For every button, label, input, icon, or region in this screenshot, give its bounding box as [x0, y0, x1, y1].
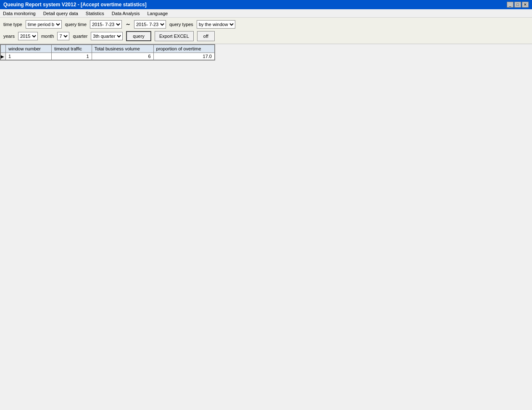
cell-total-business: 6 — [92, 53, 153, 60]
row-indicator: ▶ — [1, 53, 6, 60]
menu-data-monitoring[interactable]: Data monitoring — [2, 11, 37, 16]
window-controls: _ □ ✕ — [507, 2, 529, 8]
controls-area: time type time period b query time 2015-… — [0, 18, 532, 44]
off-button[interactable]: off — [197, 31, 215, 41]
quarter-label: quarter — [73, 34, 87, 39]
table-row[interactable]: ▶ 1 1 6 17.0 — [1, 53, 215, 60]
query-button[interactable]: query — [126, 31, 151, 41]
menu-data-analysis[interactable]: Data Analysis — [111, 11, 141, 16]
col-total-business: Total business volume — [92, 45, 153, 53]
querytime-from-select[interactable]: 2015- 7-23 — [90, 20, 122, 29]
querytypes-select[interactable]: by the window — [197, 20, 235, 29]
quarter-select[interactable]: 1th quarter 2th quarter 3th quarter 4th … — [91, 32, 123, 40]
table-header-row: window number timeout traffic Total busi… — [1, 45, 215, 53]
tilde-separator: ～ — [125, 21, 131, 28]
cell-timeout-traffic: 1 — [52, 53, 92, 60]
col-proportion: proportion of overtime — [153, 45, 214, 53]
col-window-number: window number — [6, 45, 52, 53]
menu-language[interactable]: Language — [146, 11, 169, 16]
querytime-label: query time — [65, 22, 87, 27]
menu-detail-query[interactable]: Detail query data — [42, 11, 79, 16]
years-select[interactable]: 2015 2014 2013 — [18, 32, 38, 40]
month-select[interactable]: 7 — [57, 32, 69, 40]
querytypes-label: query types — [169, 22, 193, 27]
app-title: Queuing Report system V2012 - [Accept ov… — [3, 2, 147, 8]
menu-bar: Data monitoring Detail query data Statis… — [0, 9, 532, 18]
controls-row-2: years 2015 2014 2013 month 7 quarter 1th… — [3, 31, 529, 41]
timetype-label: time type — [3, 22, 22, 27]
title-bar: Queuing Report system V2012 - [Accept ov… — [0, 0, 532, 9]
menu-statistics[interactable]: Statistics — [84, 11, 105, 16]
controls-row-1: time type time period b query time 2015-… — [3, 20, 529, 29]
data-grid: window number timeout traffic Total busi… — [0, 44, 215, 60]
cell-window-number: 1 — [6, 53, 52, 60]
col-timeout-traffic: timeout traffic — [52, 45, 92, 53]
cell-proportion: 17.0 — [153, 53, 214, 60]
querytime-to-select[interactable]: 2015- 7-23 — [134, 20, 166, 29]
timetype-select[interactable]: time period b — [26, 20, 62, 29]
results-table: window number timeout traffic Total busi… — [0, 45, 215, 60]
years-label: years — [3, 34, 15, 39]
month-label: month — [41, 34, 54, 39]
col-indicator — [1, 45, 6, 53]
row-arrow-icon: ▶ — [1, 54, 4, 59]
close-button[interactable]: ✕ — [522, 2, 529, 8]
maximize-button[interactable]: □ — [514, 2, 521, 8]
minimize-button[interactable]: _ — [507, 2, 514, 8]
export-excel-button[interactable]: Export EXCEL — [155, 31, 194, 41]
